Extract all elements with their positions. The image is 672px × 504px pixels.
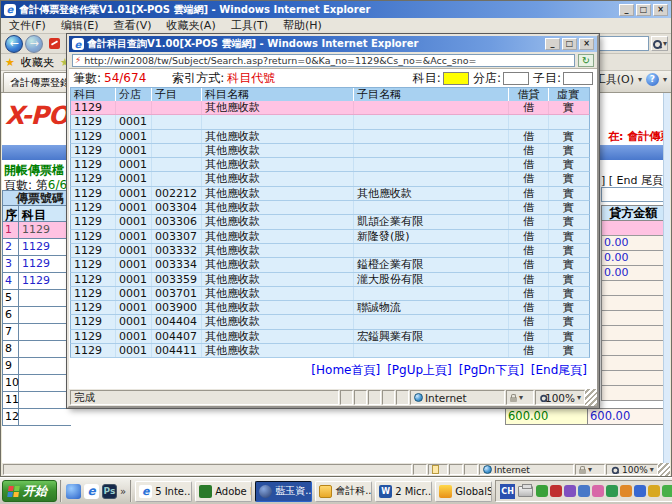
protected-mode-segment[interactable]: ▾ [575,464,605,475]
pagination-link[interactable]: [PgUp上頁] [387,362,452,379]
popup-maximize-button[interactable]: □ [562,38,577,50]
subitem-filter-input[interactable] [563,72,593,85]
back-button[interactable]: ← [5,35,23,53]
pagination-link[interactable]: [PgDn下頁] [459,362,524,379]
voucher-row[interactable]: 21129 [3,239,71,256]
subject-row[interactable]: 11290001其他應收款借實 [70,158,590,172]
branch-filter-input[interactable] [503,72,529,85]
tools-menu[interactable]: 工具(O) [595,72,634,87]
credit-cell[interactable] [601,326,666,341]
subject-row[interactable]: 11290001003701其他應收款借實 [70,287,590,301]
credit-cell[interactable] [601,311,666,326]
taskbar-button[interactable]: 會計科... [315,481,372,502]
network-icon[interactable] [634,485,646,497]
pagination-link[interactable]: [Home首頁] [311,362,380,379]
document-icon[interactable] [578,485,590,497]
voucher-row[interactable]: 10 [3,375,71,392]
taskbar-button[interactable]: GlobalS... [435,481,492,502]
credit-cell[interactable] [601,341,666,356]
voucher-row[interactable]: 7 [3,324,71,341]
voucher-row[interactable]: 5 [3,290,71,307]
resize-grip[interactable] [658,463,670,476]
minimize-button[interactable]: _ [619,4,634,16]
voucher-row[interactable]: 12 [3,409,71,426]
credit-cell[interactable]: 0.00 [601,251,666,266]
search-button[interactable]: ▾ [651,36,668,51]
voucher-row[interactable]: 41129 [3,273,71,290]
subject-row[interactable]: 11290001004407其他應收款宏鎰興業有限借實 [70,330,590,344]
popup-close-button[interactable]: × [579,38,594,50]
voucher-row[interactable]: 9 [3,358,71,375]
credit-cell[interactable] [601,356,666,371]
quick-launch-overflow-chevron[interactable]: » [120,486,126,497]
favorites-star-icon[interactable]: ★ [5,56,15,69]
tab-accounting-voucher[interactable]: 會計傳票登錄... [3,72,69,92]
subject-row[interactable]: 11290001002212其他應收款其他應收款借實 [70,187,590,201]
subject-row[interactable]: 1129其他應收款借實 [70,101,590,115]
credit-cell[interactable] [601,296,666,311]
subject-row[interactable]: 11290001003359其他應收款瀧大股份有限借實 [70,273,590,287]
shield-green-icon[interactable] [606,485,618,497]
refresh-button[interactable]: ↻ [578,54,594,67]
menu-item-编[interactable]: 编辑(E) [61,18,99,33]
subject-row[interactable]: 11290001003307其他應收款新隆發(股)借實 [70,230,590,244]
credit-cell[interactable] [601,221,666,236]
language-indicator[interactable]: CH [500,484,515,499]
credit-cell[interactable] [601,371,666,386]
security-shield-icon[interactable] [648,485,660,497]
help-icon[interactable]: ? [646,73,659,86]
voucher-row[interactable]: 11129 [3,222,71,239]
subject-row[interactable]: 11290001其他應收款借實 [70,130,590,144]
voucher-row[interactable]: 8 [3,341,71,358]
favorites-label[interactable]: 收藏夹 [21,55,54,70]
photoshop-icon[interactable]: Ps [102,484,117,499]
voucher-row[interactable]: 11 [3,392,71,409]
search-input[interactable] [593,36,649,51]
close-button[interactable]: × [653,4,668,16]
voucher-no-input[interactable] [601,187,665,202]
subject-row[interactable]: 11290001004411其他應收款借實 [70,344,590,358]
credit-cell[interactable] [601,281,666,296]
subject-row[interactable]: 11290001其他應收款借實 [70,172,590,186]
subject-row[interactable]: 11290001003306其他應收款凱頡企業有限借實 [70,215,590,229]
popup-minimize-button[interactable]: _ [545,38,560,50]
pagination-link[interactable]: [End尾頁] [531,362,587,379]
subject-row[interactable]: 11290001003332其他應收款借實 [70,244,590,258]
credit-cell[interactable]: 0.00 [601,236,666,251]
credit-cell[interactable] [601,386,666,401]
main-title-bar[interactable]: e 會計傳票登錄作業V1.01[X-POS 雲端網] - Windows Int… [1,1,671,18]
contact-icon[interactable] [592,485,604,497]
messenger-tray-icon[interactable] [564,485,576,497]
popup-title-bar[interactable]: e 會計科目查詢V1.00[X-POS 雲端網] - Windows Inter… [69,36,597,52]
voucher-row[interactable]: 6 [3,307,71,324]
subject-row[interactable]: 11290001004404其他應收款借實 [70,315,590,329]
antivirus-icon[interactable] [536,485,548,497]
subject-row[interactable]: 11290001其他應收款借實 [70,144,590,158]
menu-item-文[interactable]: 文件(F) [9,18,46,33]
forward-button[interactable]: → [25,35,43,53]
subject-row[interactable]: 11290001003304其他應收款借實 [70,201,590,215]
menu-item-帮[interactable]: 帮助(H) [283,18,322,33]
update-icon[interactable] [662,485,672,497]
menu-item-工[interactable]: 工具(T) [231,18,268,33]
popup-resize-grip[interactable] [585,389,597,406]
popup-url-field[interactable]: ⚡ http://win2008/tw/Subject/Search.asp?r… [72,54,575,67]
start-button[interactable]: 开始 [2,480,57,502]
voucher-row[interactable]: 31129 [3,256,71,273]
app-orange-icon[interactable] [620,485,632,497]
qq-icon[interactable] [550,485,562,497]
subject-row[interactable]: 11290001003900其他應收款聯誠物流借實 [70,301,590,315]
taskbar-button[interactable]: 藍玉資... [255,481,312,502]
subject-row[interactable]: 11290001003334其他應收款鎰橙企業有限借實 [70,258,590,272]
subject-row[interactable]: 11290001 [70,115,590,129]
printer-icon[interactable] [518,486,533,497]
popup-protected-segment[interactable]: ▾ [506,390,534,405]
taskbar-button[interactable]: W2 Micr...▾ [375,481,432,502]
zoom-segment[interactable]: 100%▾ [606,464,658,475]
subject-filter-input[interactable] [443,72,469,85]
credit-cell[interactable]: 0.00 [601,266,666,281]
taskbar-button[interactable]: Adobe B... [195,481,252,502]
ie-icon[interactable]: e [84,484,99,499]
menu-item-查[interactable]: 查看(V) [113,18,151,33]
messenger-icon[interactable] [66,484,81,499]
